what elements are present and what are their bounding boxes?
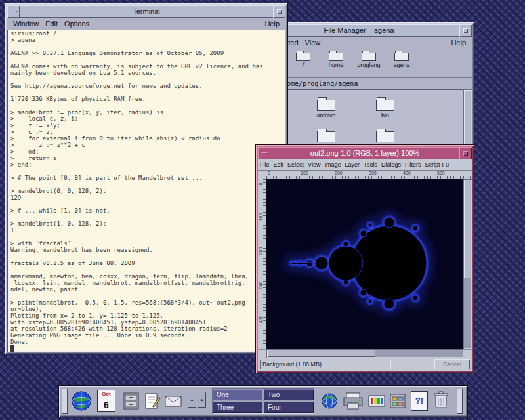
horizontal-ruler: 0 100 200 300 400 500 — [266, 171, 472, 179]
path-crumb-proglang[interactable]: proglang — [356, 51, 381, 77]
menu-view[interactable]: View — [306, 161, 322, 169]
crumb-label: agena — [393, 62, 410, 68]
menu-edit[interactable]: Edit — [42, 19, 61, 28]
scrollbar-thumb[interactable] — [267, 350, 375, 357]
cancel-button[interactable]: Cancel — [434, 359, 470, 369]
scrollbar-thumb[interactable] — [464, 180, 471, 278]
terminal-output-area[interactable]: sirius:root / > agena AGENA >> 0.27.1 La… — [7, 30, 285, 352]
image-canvas-mandelbrot[interactable] — [266, 179, 463, 349]
crumb-label: proglang — [357, 62, 380, 68]
file-manager-title: File Manager – agena — [259, 24, 459, 37]
folder-icon — [376, 100, 394, 111]
path-crumb-root[interactable]: / — [291, 51, 316, 77]
quickmask-corner[interactable] — [258, 349, 266, 358]
trash-icon[interactable] — [432, 390, 450, 410]
window-menu-button[interactable] — [258, 147, 270, 159]
folder-icon — [394, 52, 409, 61]
ruler-mark: 0 — [259, 179, 263, 190]
menu-options[interactable]: Options — [61, 19, 93, 28]
mail-icon[interactable] — [164, 392, 182, 410]
status-bar-text: Background (1.86 MB) — [260, 360, 391, 369]
ruler-mark: 0 — [268, 171, 270, 175]
web-browser-icon[interactable] — [320, 392, 339, 410]
menu-view[interactable]: View — [302, 38, 324, 47]
front-panel: Oct 6 ▲ ▲ One Two Three Four — [59, 386, 467, 417]
subpanel-arrow-button[interactable]: ▲ — [198, 392, 206, 408]
menu-edit[interactable]: Edit — [272, 161, 286, 169]
workspace-one-button[interactable]: One — [213, 389, 262, 400]
ruler-mark: 300 — [259, 280, 263, 291]
menu-layer[interactable]: Layer — [343, 161, 362, 169]
ruler-mark: 400 — [403, 171, 411, 175]
application-manager-icon[interactable] — [388, 392, 407, 410]
crumb-label: / — [303, 62, 304, 68]
workspace-switcher: One Two Three Four — [212, 388, 314, 414]
window-menu-icon — [261, 152, 268, 154]
maximize-button[interactable] — [459, 24, 472, 37]
workspace-four-button[interactable]: Four — [264, 402, 314, 413]
terminal-title: Terminal — [20, 5, 273, 18]
calendar-month: Oct — [98, 390, 115, 398]
calendar-icon[interactable]: Oct 6 — [97, 390, 116, 412]
window-menu-icon — [10, 10, 17, 12]
terminal-titlebar[interactable]: Terminal — [7, 5, 285, 18]
workspace-three-button[interactable]: Three — [213, 402, 262, 413]
maximize-button[interactable] — [273, 5, 285, 18]
menu-file[interactable]: File — [258, 161, 272, 169]
folder-icon — [317, 100, 335, 111]
folder-label: bin — [381, 112, 389, 119]
vertical-scrollbar[interactable] — [463, 179, 472, 349]
horizontal-scrollbar[interactable] — [266, 349, 463, 358]
color-palette-graphic — [368, 392, 386, 410]
crumb-label: home — [329, 62, 344, 68]
menu-scriptfu[interactable]: Script-Fu — [423, 161, 451, 169]
terminal-window[interactable]: Terminal Window Edit Options Help sirius… — [5, 3, 287, 354]
ruler-mark: 200 — [259, 246, 263, 257]
menu-help[interactable]: Help — [448, 38, 469, 47]
panel-handle-left[interactable] — [62, 388, 68, 414]
gimp-titlebar[interactable]: out2.png-1.0 (RGB, 1 layer) 100% — [258, 147, 472, 159]
panel-handle-right[interactable] — [457, 388, 463, 414]
ruler-corner — [258, 171, 266, 179]
menu-dialogs[interactable]: Dialogs — [379, 161, 403, 169]
terminal-output-text: sirius:root / > agena AGENA >> 0.27.1 La… — [10, 30, 282, 352]
menu-help[interactable]: Help — [261, 19, 283, 28]
menu-select[interactable]: Select — [285, 161, 306, 169]
app-drawer-graphic — [388, 392, 407, 410]
ruler-mark: 100 — [301, 171, 308, 175]
gimp-image-window[interactable]: out2.png-1.0 (RGB, 1 layer) 100% File Ed… — [256, 145, 474, 373]
path-crumb-agena[interactable]: agena — [389, 51, 414, 77]
world-clock-icon[interactable] — [70, 389, 93, 413]
maximize-button[interactable] — [459, 147, 472, 159]
menu-filters[interactable]: Filters — [403, 161, 423, 169]
printer-icon[interactable] — [343, 392, 364, 410]
folder-item-bin[interactable]: bin — [362, 100, 409, 119]
folder-item-archive[interactable]: archive — [303, 100, 350, 119]
note-pencil-graphic — [143, 392, 161, 410]
folder-icon — [317, 131, 335, 142]
maximize-icon — [277, 9, 282, 14]
file-manager-icon[interactable] — [122, 392, 140, 410]
folder-label: archive — [316, 112, 335, 119]
ruler-mark: 200 — [335, 171, 343, 175]
file-cabinet-graphic — [122, 392, 140, 410]
path-crumb-home[interactable]: home — [324, 51, 348, 77]
printer-graphic — [343, 392, 364, 410]
menu-window[interactable]: Window — [10, 19, 42, 28]
menu-image[interactable]: Image — [322, 161, 343, 169]
ruler-mark: 300 — [369, 171, 377, 175]
maximize-icon — [463, 28, 468, 33]
window-menu-button[interactable] — [7, 5, 20, 18]
workspace-two-button[interactable]: Two — [264, 389, 314, 400]
style-manager-icon[interactable] — [368, 392, 386, 410]
folder-icon — [296, 52, 310, 61]
gimp-menubar: File Edit Select View Image Layer Tools … — [258, 159, 472, 171]
trash-can-graphic — [432, 390, 450, 410]
menu-tools[interactable]: Tools — [362, 161, 379, 169]
globe-graphic — [321, 392, 338, 410]
subpanel-arrow-button[interactable]: ▲ — [188, 392, 196, 408]
navigation-corner[interactable] — [463, 349, 472, 358]
text-editor-icon[interactable] — [143, 392, 161, 410]
folder-icon — [376, 131, 394, 142]
help-icon[interactable]: ?! — [411, 391, 428, 411]
